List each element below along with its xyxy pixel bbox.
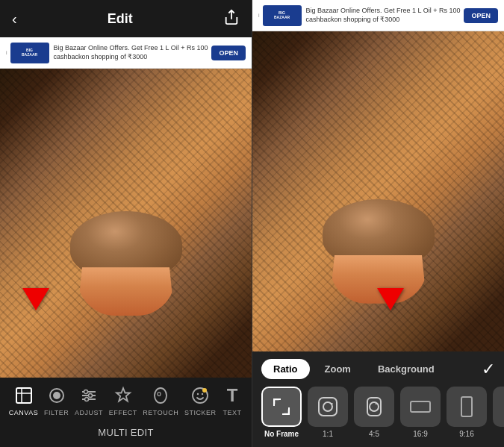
ratio-tab[interactable]: Ratio [261,359,310,379]
ad-open-button-right[interactable]: OPEN [464,8,498,23]
ratio-16-9-icon [410,401,431,413]
svg-point-13 [155,388,167,403]
svg-point-14 [158,393,161,396]
toolbar: CANVAS FILTER [0,378,252,447]
canvas-label: CANVAS [9,409,38,416]
ratio-1-1-option[interactable]: 1:1 [308,387,348,438]
ad-text: Big Bazaar Online Offers. Get Free 1 L O… [54,44,212,61]
ad-logo: BIGBAZAAR [10,43,49,63]
ratio-16-9-option[interactable]: 16:9 [400,387,441,438]
ratio-1-1-label: 1:1 [323,430,333,438]
effect-label: EFFECT [109,409,137,416]
image-area-left [0,69,252,378]
ratio-9-16-option[interactable]: 9:16 [447,387,487,438]
ratio-1-1-box [308,387,348,427]
ad-banner-right: i BIGBAZAAR Big Bazaar Online Offers. Ge… [252,0,504,31]
background-tab[interactable]: Background [366,359,447,379]
header: ‹ Edit [0,0,252,37]
adjust-label: ADJUST [75,409,103,416]
ad-logo-right: BIGBAZAAR [263,5,302,26]
canvas-arrow [22,288,49,310]
red-arrow-icon-right [377,288,404,310]
bottom-panel: Ratio Zoom Background ✓ No Frame [252,351,504,447]
ad-indicator-right: i [258,13,260,18]
text-icon: T [222,385,243,406]
svg-point-16 [197,393,199,395]
ratio-9-16-icon [461,396,473,417]
svg-marker-12 [116,388,130,401]
text-label: TEXT [223,409,242,416]
text-tool[interactable]: T TEXT [222,385,243,416]
ad-open-button[interactable]: OPEN [211,46,246,60]
muffin-photo [0,69,252,378]
instagram-4-5-icon [367,397,382,416]
ratio-4-5-box [354,387,394,427]
zoom-arrow [377,288,404,310]
sticker-icon [190,385,211,406]
image-area-right [252,31,504,351]
effect-icon [113,385,134,406]
zoom-tab[interactable]: Zoom [313,359,363,379]
adjust-tool[interactable]: ADJUST [75,385,103,416]
filter-icon [46,385,67,406]
filter-tool[interactable]: FILTER [44,385,69,416]
retouch-label: RETOUCH [143,409,178,416]
back-button[interactable]: ‹ [12,10,17,28]
ad-text-right: Big Bazaar Online Offers. Get Free 1 L O… [306,7,464,24]
ratio-9-16-box [447,387,487,427]
left-panel: ‹ Edit i BIGBAZAAR Big Bazaar Online Off… [0,0,252,447]
ratio-4-5-option[interactable]: 4:5 [354,387,394,438]
right-panel: i BIGBAZAAR Big Bazaar Online Offers. Ge… [252,0,504,447]
no-frame-icon [273,398,290,415]
svg-point-17 [202,393,203,395]
checkmark-button[interactable]: ✓ [482,360,495,379]
muffin-shape [66,211,186,316]
filter-label: FILTER [44,409,69,416]
toolbar-items: CANVAS FILTER [0,385,252,416]
share-button[interactable] [223,9,240,29]
ratio-4-5-label: 4:5 [369,430,379,438]
frame-options: No Frame 1:1 4:5 16:9 [261,387,495,438]
svg-rect-1 [16,388,31,403]
ratio-16-9-label: 16:9 [413,430,427,438]
svg-point-11 [84,398,88,401]
retouch-tool[interactable]: RETOUCH [143,385,178,416]
tab-row: Ratio Zoom Background ✓ [261,359,495,379]
svg-point-10 [88,394,92,398]
svg-point-9 [84,390,87,394]
ratio-9-16-label: 9:16 [459,430,473,438]
canvas-icon [13,385,34,406]
ratio-5-5-option[interactable]: 5.5' [493,387,504,438]
adjust-icon [78,385,99,406]
effect-tool[interactable]: EFFECT [109,385,137,416]
muffin-cup [78,267,175,316]
sticker-tool[interactable]: STICKER [184,385,217,416]
no-frame-option[interactable]: No Frame [261,387,302,438]
canvas-tool[interactable]: CANVAS [9,385,38,416]
svg-point-5 [53,392,60,399]
page-title: Edit [108,11,133,27]
ad-banner-left: i BIGBAZAAR Big Bazaar Online Offers. Ge… [0,37,252,69]
svg-point-18 [202,388,207,393]
no-frame-box [261,387,302,427]
retouch-icon [150,385,171,406]
multi-edit-button[interactable]: MULTI EDIT [0,422,252,443]
ratio-5-5-box [493,387,504,427]
instagram-icon [318,397,337,416]
ratio-16-9-box [400,387,441,427]
red-arrow-icon [22,288,49,310]
ad-indicator: i [6,50,7,55]
sticker-label: STICKER [184,409,217,416]
no-frame-label: No Frame [264,430,299,438]
